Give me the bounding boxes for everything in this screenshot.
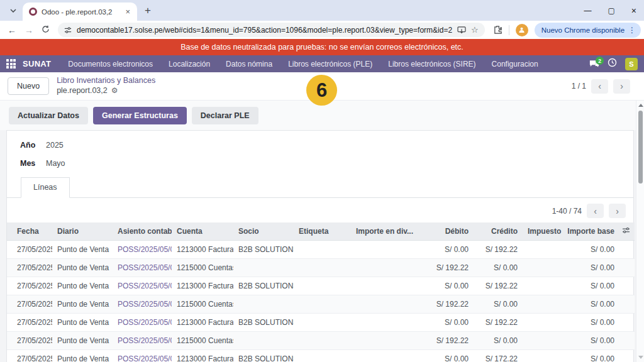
new-tab-button[interactable]: +	[145, 5, 151, 16]
header-cuenta[interactable]: Cuenta	[172, 222, 233, 241]
header-importe-base[interactable]: Importe base	[562, 222, 619, 241]
forward-button[interactable]: →	[25, 26, 33, 35]
cell-diario: Punto de Venta	[52, 241, 113, 259]
cell-impuesto	[523, 350, 562, 362]
menu-configuracion[interactable]: Configuracion	[487, 60, 543, 69]
breadcrumb-parent[interactable]: Libro Inventarios y Balances	[57, 76, 155, 86]
record-prev-button[interactable]: ‹	[591, 79, 608, 94]
cell-socio	[233, 259, 294, 277]
tab-title: Odoo - ple.report.03,2	[42, 8, 119, 16]
lines-pager: 1-40 / 74 ‹ ›	[7, 198, 633, 222]
header-debito[interactable]: Débito	[418, 222, 474, 241]
extensions-puzzle-icon[interactable]	[493, 25, 502, 35]
install-app-icon[interactable]	[457, 26, 466, 34]
gear-icon[interactable]: ⚙	[111, 86, 118, 96]
header-asiento-contable[interactable]: Asiento contable	[113, 222, 172, 241]
cell-fecha: 27/05/2025	[7, 241, 52, 259]
browser-tab[interactable]: Odoo - ple.report.03,2 ×	[23, 3, 137, 21]
table-row[interactable]: 27/05/2025Punto de VentaPOSS/2025/05/0..…	[7, 277, 635, 295]
field-mes-label: Mes	[20, 159, 46, 168]
cell-asiento-contable[interactable]: POSS/2025/05/0...	[113, 350, 172, 362]
messages-icon[interactable]: 2	[589, 60, 599, 68]
table-row[interactable]: 27/05/2025Punto de VentaPOSS/2025/05/0..…	[7, 332, 635, 350]
field-anio-value[interactable]: 2025	[46, 141, 64, 150]
menu-localizacion[interactable]: Localización	[164, 60, 215, 69]
cell-debito: S/ 192.22	[418, 295, 474, 314]
header-etiqueta[interactable]: Etiqueta	[294, 222, 348, 241]
optional-columns-icon[interactable]	[619, 222, 635, 241]
cell-asiento-contable[interactable]: POSS/2025/05/0...	[113, 332, 172, 350]
cell-asiento-contable[interactable]: POSS/2025/05/0...	[113, 259, 172, 277]
cell-socio	[233, 295, 294, 314]
cell-etiqueta	[294, 314, 348, 332]
cell-cuenta: 1213000 Facturas...	[172, 277, 233, 295]
table-header-row: Fecha Diario Asiento contable Cuenta Soc…	[7, 222, 635, 241]
field-anio: Año 2025	[7, 141, 633, 150]
record-next-button[interactable]: ›	[613, 79, 630, 94]
header-impuesto[interactable]: Impuesto	[523, 222, 562, 241]
minimize-button[interactable]: —	[584, 7, 591, 14]
header-importe-divisa[interactable]: Importe en div...	[348, 222, 418, 241]
field-mes-value[interactable]: Mayo	[46, 159, 65, 168]
cell-importe-divisa	[348, 277, 418, 295]
reload-button[interactable]	[42, 25, 50, 35]
cell-importe-base: S/ 0.00	[562, 259, 619, 277]
cell-impuesto	[523, 314, 562, 332]
generar-estructuras-button[interactable]: Generar Estructuras	[93, 107, 187, 124]
cell-diario: Punto de Venta	[52, 259, 113, 277]
header-socio[interactable]: Socio	[233, 222, 294, 241]
app-name[interactable]: SUNAT	[23, 59, 51, 69]
cell-asiento-contable[interactable]: POSS/2025/05/0...	[113, 277, 172, 295]
vertical-scrollbar[interactable]	[636, 101, 644, 362]
scrollbar-down-arrow-icon[interactable]	[638, 356, 643, 359]
apps-grid-icon[interactable]	[6, 59, 16, 69]
back-button[interactable]: ←	[8, 26, 16, 35]
maximize-button[interactable]: ▢	[608, 7, 614, 14]
scrollbar-thumb[interactable]	[638, 111, 643, 184]
annotation-number: 6	[316, 79, 327, 102]
bookmark-star-icon[interactable]: ☆	[471, 25, 479, 35]
menu-libros-ple[interactable]: Libros electrónicos (PLE)	[283, 60, 377, 69]
chrome-update-button[interactable]: Nuevo Chrome disponible ⋮	[535, 23, 641, 38]
profile-avatar[interactable]	[516, 24, 528, 36]
table-row[interactable]: 27/05/2025Punto de VentaPOSS/2025/05/0..…	[7, 259, 635, 277]
menu-documentos-electronicos[interactable]: Documentos electronicos	[63, 60, 158, 69]
actualizar-datos-button[interactable]: Actualizar Datos	[9, 107, 88, 124]
table-row[interactable]: 27/05/2025Punto de VentaPOSS/2025/05/0..…	[7, 295, 635, 314]
header-diario[interactable]: Diario	[52, 222, 113, 241]
menu-datos-nomina[interactable]: Datos nómina	[221, 60, 277, 69]
cell-etiqueta	[294, 259, 348, 277]
cell-importe-divisa	[348, 295, 418, 314]
browser-toolbar: ← → democontable17.solse.pe/web#cids=1&m…	[0, 21, 644, 39]
header-credito[interactable]: Crédito	[474, 222, 523, 241]
cell-asiento-contable[interactable]: POSS/2025/05/0...	[113, 314, 172, 332]
declarar-ple-button[interactable]: Declarar PLE	[192, 107, 258, 124]
cell-asiento-contable[interactable]: POSS/2025/05/0...	[113, 295, 172, 314]
url-text[interactable]: democontable17.solse.pe/web#cids=1&menu_…	[77, 26, 452, 35]
cell-impuesto	[523, 332, 562, 350]
neutralized-db-banner: Base de datos neutralizada para pruebas:…	[0, 39, 644, 55]
header-fecha[interactable]: Fecha	[7, 222, 52, 241]
new-button[interactable]: Nuevo	[8, 77, 49, 95]
site-settings-icon[interactable]	[64, 26, 72, 34]
tab-close-icon[interactable]: ×	[123, 7, 132, 16]
cell-diario: Punto de Venta	[52, 295, 113, 314]
browser-menu-icon[interactable]: ⋮	[628, 26, 636, 35]
cell-debito: S/ 192.22	[418, 332, 474, 350]
cell-importe-base: S/ 0.00	[562, 295, 619, 314]
cell-asiento-contable[interactable]: POSS/2025/05/0...	[113, 241, 172, 259]
lines-prev-button[interactable]: ‹	[587, 204, 604, 218]
activities-clock-icon[interactable]	[608, 58, 617, 70]
url-bar[interactable]: democontable17.solse.pe/web#cids=1&menu_…	[58, 23, 485, 37]
table-row[interactable]: 27/05/2025Punto de VentaPOSS/2025/05/0..…	[7, 241, 635, 259]
lines-next-button[interactable]: ›	[609, 204, 626, 218]
window-close-button[interactable]: ×	[631, 6, 636, 15]
tab-lineas[interactable]: Líneas	[21, 177, 70, 198]
cell-debito: S/ 0.00	[418, 350, 474, 362]
tab-search-chevron-icon[interactable]	[8, 5, 19, 16]
table-row[interactable]: 27/05/2025Punto de VentaPOSS/2025/05/0..…	[7, 314, 635, 332]
table-row[interactable]: 27/05/2025Punto de VentaPOSS/2025/05/0..…	[7, 350, 635, 362]
menu-libros-sire[interactable]: Libros electrónicos (SIRE)	[383, 60, 480, 69]
user-avatar[interactable]: S	[625, 58, 638, 70]
scrollbar-up-arrow-icon[interactable]	[638, 104, 643, 107]
